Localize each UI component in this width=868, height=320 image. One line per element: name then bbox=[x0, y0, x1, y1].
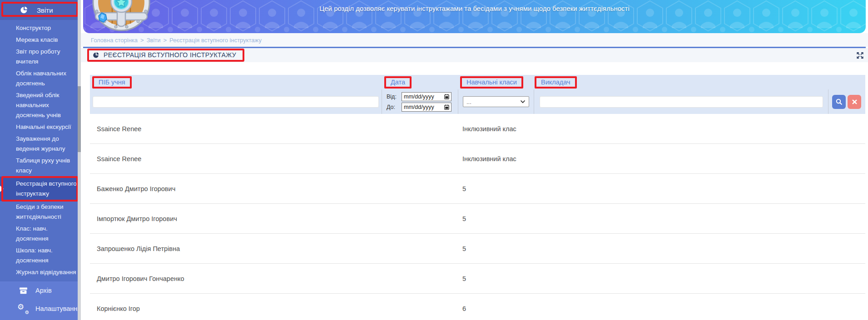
table-filter-row: Від: mm/dd/yyyy До: bbox=[90, 89, 865, 114]
sidebar-item-instructions[interactable]: i Інструкції bbox=[0, 318, 81, 320]
sidebar-subitem[interactable]: Бесіди з безпеки життєдіяльності bbox=[0, 201, 81, 223]
breadcrumb-item: Звіти > bbox=[147, 37, 169, 44]
sidebar-item-settings[interactable]: ⚙⚙ Налаштування bbox=[0, 300, 81, 318]
clear-filter-button[interactable] bbox=[848, 95, 861, 109]
table-row[interactable]: Ssaince Renee Інклюзивний клас bbox=[90, 114, 865, 144]
sidebar-subitem[interactable]: Журнал відвідування bbox=[0, 266, 81, 278]
sidebar-subitem[interactable]: Школа: навч. досягнення bbox=[0, 245, 81, 266]
calendar-icon bbox=[444, 94, 449, 99]
sidebar-item-label: Налаштування bbox=[35, 305, 81, 312]
chevron-down-icon bbox=[520, 100, 526, 103]
sidebar-subitem[interactable]: Конструктор bbox=[0, 22, 81, 34]
sidebar-subitem-label: Зауваження до ведення журналу bbox=[16, 135, 65, 152]
student-name: Ssaince Renee bbox=[90, 125, 382, 133]
table-body: Ssaince Renee Інклюзивний клас Ssaince R… bbox=[90, 114, 865, 320]
student-name: Дмитро Ігорович Гончаренко bbox=[90, 275, 382, 282]
sidebar-subitem-label: Бесіди з безпеки життєдіяльності bbox=[16, 203, 63, 220]
student-class: Інклюзивний клас bbox=[458, 125, 534, 133]
shield-icon bbox=[89, 0, 153, 33]
app-window: Звіти Конструктор Мережа класів Звіт про… bbox=[0, 0, 868, 320]
sidebar-subitem[interactable]: Таблиця руху учнів класу bbox=[0, 155, 81, 177]
student-name: Імпортюк Дмитро Ігорович bbox=[90, 215, 382, 222]
student-name: Баженко Дмитро Ігорович bbox=[90, 185, 382, 192]
column-header-date[interactable]: Дата bbox=[384, 76, 412, 89]
sidebar-subitem-label: Мережа класів bbox=[16, 36, 58, 43]
sidebar-subitem-label: Школа: навч. досягнення bbox=[16, 247, 53, 264]
table-row[interactable]: Ssaince Renee Інклюзивний клас bbox=[90, 144, 865, 174]
page-title-highlight: РЕЄСТРАЦІЯ ВСТУПНОГО ІНСТРУКТАЖУ bbox=[87, 49, 244, 62]
breadcrumb-link[interactable]: Звіти bbox=[147, 37, 161, 44]
sidebar-item-label: Звіти bbox=[37, 6, 53, 14]
breadcrumb-item: Реєстрація вступного інструктажу > bbox=[169, 37, 262, 44]
sidebar-subitem-label: Зведений облік навчальних досягнень учні… bbox=[16, 92, 61, 118]
breadcrumb-separator: > bbox=[164, 37, 167, 44]
sidebar-item-label: Архів bbox=[35, 287, 52, 294]
breadcrumb: Головна сторінка > Звіти > Реєстрація вс… bbox=[81, 33, 868, 47]
sidebar-subitem[interactable]: Реєстрація вступного інструктажу bbox=[0, 177, 81, 201]
sidebar: Звіти Конструктор Мережа класів Звіт про… bbox=[0, 0, 81, 320]
table-row[interactable]: Дмитро Ігорович Гончаренко 5 bbox=[90, 264, 865, 294]
gear-icon: ⚙⚙ bbox=[18, 304, 28, 314]
active-marker-arrow bbox=[0, 186, 4, 192]
instruction-registry-table: ПІБ учня Дата Навчальні класи Викладач В… bbox=[90, 75, 865, 320]
sidebar-submenu: Конструктор Мережа класів Звіт про робот… bbox=[0, 20, 81, 281]
archive-icon bbox=[18, 286, 28, 295]
sidebar-scrollbar-track bbox=[78, 0, 81, 320]
student-name: Корнієнко Ігор bbox=[90, 305, 382, 312]
section-banner: Цей розділ дозволяє керувати інструктажа… bbox=[83, 0, 866, 33]
date-from-input[interactable]: mm/dd/yyyy bbox=[402, 92, 451, 101]
expand-icon[interactable] bbox=[857, 52, 863, 59]
search-button[interactable] bbox=[832, 95, 846, 109]
sidebar-item-archive[interactable]: Архів bbox=[0, 281, 81, 300]
search-icon bbox=[836, 98, 842, 105]
main-content: Цей розділ дозволяє керувати інструктажа… bbox=[81, 0, 868, 320]
student-class: 5 bbox=[458, 245, 534, 252]
class-select[interactable]: ... bbox=[463, 96, 529, 107]
close-icon bbox=[852, 99, 857, 104]
student-class: 5 bbox=[458, 275, 534, 282]
sidebar-subitem[interactable]: Зауваження до ведення журналу bbox=[0, 133, 81, 155]
teacher-filter-input[interactable] bbox=[540, 96, 823, 108]
sidebar-subitem-label: Облік навчальних досягнень bbox=[16, 70, 66, 87]
sidebar-subitem-label: Навчальні екскурсії bbox=[16, 123, 71, 130]
table-row[interactable]: Баженко Дмитро Ігорович 5 bbox=[90, 174, 865, 204]
column-header-classes[interactable]: Навчальні класи bbox=[460, 76, 523, 89]
date-to-input[interactable]: mm/dd/yyyy bbox=[402, 103, 451, 112]
student-class: Інклюзивний клас bbox=[458, 155, 534, 162]
column-header-teacher[interactable]: Викладач bbox=[535, 76, 577, 89]
sidebar-subitem[interactable]: Зведений облік навчальних досягнень учні… bbox=[0, 89, 81, 121]
sidebar-subitem-label: Таблиця руху учнів класу bbox=[16, 157, 70, 174]
sidebar-subitem-label: Журнал відвідування bbox=[16, 269, 76, 276]
student-filter-input[interactable] bbox=[93, 96, 379, 108]
student-name: Ssaince Renee bbox=[90, 155, 382, 162]
sidebar-subitem-label: Звіт про роботу вчителя bbox=[16, 48, 60, 65]
student-class: 6 bbox=[458, 305, 534, 312]
table-header-row: ПІБ учня Дата Навчальні класи Викладач bbox=[90, 75, 865, 89]
date-from-label: Від: bbox=[387, 94, 399, 100]
sidebar-subitem-label: Клас: навч. досягнення bbox=[16, 225, 49, 242]
table-row[interactable]: Корнієнко Ігор 6 bbox=[90, 294, 865, 320]
table-row[interactable]: Імпортюк Дмитро Ігорович 5 bbox=[90, 204, 865, 234]
date-to-label: До: bbox=[387, 104, 399, 110]
panel-title-bar: РЕЄСТРАЦІЯ ВСТУПНОГО ІНСТРУКТАЖУ bbox=[81, 48, 868, 62]
pie-chart-icon bbox=[19, 6, 29, 14]
page-title: РЕЄСТРАЦІЯ ВСТУПНОГО ІНСТРУКТАЖУ bbox=[104, 51, 236, 59]
sidebar-subitem-label: Реєстрація вступного інструктажу bbox=[16, 180, 77, 197]
pie-chart-icon bbox=[93, 52, 99, 59]
sidebar-subitem[interactable]: Звіт про роботу вчителя bbox=[0, 46, 81, 68]
sidebar-subitem[interactable]: Облік навчальних досягнень bbox=[0, 68, 81, 89]
sidebar-subitem[interactable]: Мережа класів bbox=[0, 34, 81, 46]
calendar-icon bbox=[444, 104, 449, 110]
table-row[interactable]: Запрошенко Лідія Петрівна 5 bbox=[90, 234, 865, 264]
breadcrumb-link[interactable]: Головна сторінка bbox=[91, 37, 138, 44]
sidebar-subitem[interactable]: Навчальні екскурсії bbox=[0, 121, 81, 133]
student-class: 5 bbox=[458, 185, 534, 192]
sidebar-item-reports[interactable]: Звіти bbox=[0, 0, 81, 20]
breadcrumb-item: Головна сторінка > bbox=[91, 37, 147, 44]
breadcrumb-link[interactable]: Реєстрація вступного інструктажу bbox=[169, 37, 262, 44]
sidebar-scrollbar-thumb[interactable] bbox=[78, 86, 81, 152]
column-header-student[interactable]: ПІБ учня bbox=[92, 76, 132, 89]
breadcrumb-separator: > bbox=[140, 37, 144, 44]
student-class: 5 bbox=[458, 215, 534, 222]
sidebar-subitem[interactable]: Клас: навч. досягнення bbox=[0, 223, 81, 245]
